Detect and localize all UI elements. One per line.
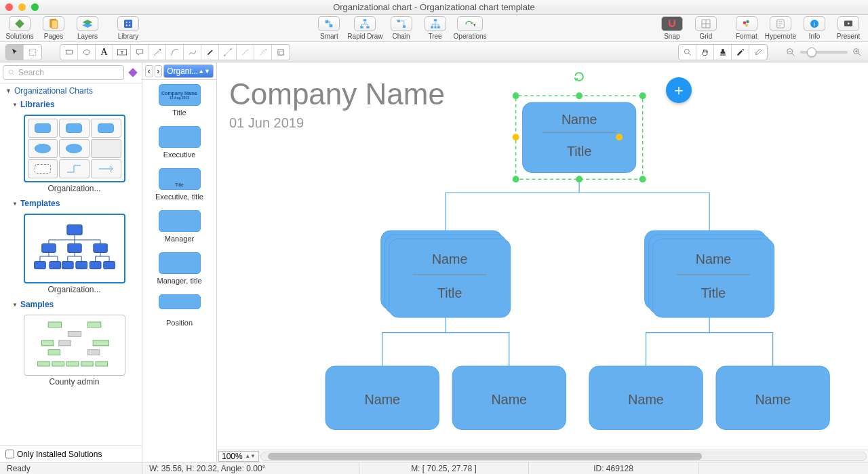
solutions-button[interactable]: Solutions (4, 16, 35, 40)
svg-rect-67 (96, 361, 107, 366)
zoom-out-icon[interactable] (785, 47, 796, 58)
present-button[interactable]: Present (833, 16, 864, 40)
chain-button[interactable]: Chain (386, 16, 417, 40)
tree-button[interactable]: Tree (420, 16, 451, 40)
shape-manager-title[interactable]: Manager, title (142, 248, 216, 290)
rapid-draw-button[interactable]: Rapid Draw (347, 16, 382, 40)
template-thumb[interactable] (24, 214, 125, 283)
anchor-tool[interactable] (254, 45, 272, 60)
operations-button[interactable]: ▾ Operations (454, 16, 487, 40)
window-titlebar: Organizational chart - Organizational ch… (0, 0, 868, 15)
tree-templates[interactable]: Templates (12, 199, 136, 208)
arc-tool[interactable] (166, 45, 184, 60)
svg-rect-38 (279, 51, 283, 55)
ellipse-tool[interactable] (78, 45, 96, 60)
svg-rect-10 (326, 20, 329, 24)
svg-rect-37 (278, 49, 283, 54)
brush-tool[interactable] (749, 45, 767, 60)
info-button[interactable]: i Info (799, 16, 830, 40)
manager-node-left[interactable]: Name Title (381, 231, 511, 317)
status-ready: Ready (0, 462, 142, 474)
svg-rect-2 (52, 20, 58, 28)
shape-position[interactable]: Position (142, 290, 216, 332)
shape-manager[interactable]: Manager (142, 206, 216, 248)
svg-text:Name: Name (628, 392, 664, 407)
pages-icon (43, 16, 64, 31)
hypernote-button[interactable]: Hypernote (765, 16, 796, 40)
crop-tool[interactable] (272, 45, 290, 60)
horizontal-scrollbar[interactable] (260, 452, 867, 461)
svg-text:Name: Name (755, 392, 791, 407)
marquee-tool[interactable] (24, 45, 41, 60)
snap-button[interactable]: Snap (656, 16, 688, 40)
shape-next-button[interactable]: › (155, 65, 163, 77)
svg-rect-19 (434, 26, 436, 28)
pages-button[interactable]: Pages (38, 16, 69, 40)
zoom-percent-input[interactable]: 100%▲▼ (218, 451, 259, 462)
top-node[interactable]: Name Title (513, 73, 646, 182)
close-window-icon[interactable] (5, 3, 13, 11)
main-toolbar: Solutions Pages Layers Library Smart Rap… (0, 15, 868, 42)
zoom-window-icon[interactable] (31, 3, 39, 11)
spline-tool[interactable] (184, 45, 201, 60)
smart-button[interactable]: Smart (313, 16, 344, 40)
zoom-in-icon[interactable] (852, 47, 863, 58)
drawing-canvas[interactable]: Company Name 01 Jun 2019 ＋ (217, 62, 868, 450)
tree-root[interactable]: Organizational Charts (5, 86, 136, 96)
shape-executive-title[interactable]: Executive, title (142, 164, 216, 206)
shape-library-selector[interactable]: Organi...▲▼ (163, 64, 214, 78)
library-button[interactable]: Library (113, 16, 144, 40)
sample-thumb[interactable] (24, 315, 125, 376)
eyedropper-tool[interactable] (732, 45, 749, 60)
svg-text:Title: Title (437, 285, 462, 300)
text-tool[interactable]: A (96, 45, 113, 60)
status-id: ID: 469128 (529, 462, 698, 474)
svg-point-75 (639, 92, 646, 99)
svg-rect-89 (652, 239, 774, 317)
position-node-2[interactable]: Name (452, 366, 566, 430)
traffic-lights (5, 3, 39, 11)
svg-rect-48 (93, 243, 106, 252)
svg-rect-63 (37, 361, 49, 366)
stamp-tool[interactable] (714, 45, 732, 60)
svg-rect-64 (52, 361, 63, 366)
grid-button[interactable]: Grid (690, 16, 722, 40)
pointer-tool[interactable] (6, 45, 24, 60)
svg-rect-51 (62, 261, 73, 269)
svg-point-35 (224, 54, 225, 56)
only-installed-checkbox[interactable]: Only Installed Solutions (0, 446, 142, 462)
pen-tool[interactable] (201, 45, 219, 60)
svg-point-79 (576, 176, 583, 182)
zoom-slider[interactable] (785, 47, 863, 58)
search-input[interactable]: Search (3, 65, 124, 80)
textbox-tool[interactable]: T (113, 45, 131, 60)
hand-tool[interactable] (696, 45, 714, 60)
svg-rect-83 (389, 239, 511, 317)
minimize-window-icon[interactable] (18, 3, 26, 11)
manager-node-right[interactable]: Name Title (645, 231, 774, 317)
layers-button[interactable]: Layers (72, 16, 103, 40)
tree-icon (425, 16, 446, 31)
svg-text:Name: Name (364, 392, 400, 407)
shape-header[interactable]: Company Name 13 Aug 2013 Title (142, 80, 216, 122)
shape-executive[interactable]: Executive (142, 122, 216, 164)
svg-rect-58 (41, 340, 53, 346)
shape-prev-button[interactable]: ‹ (145, 65, 153, 77)
tree-libraries[interactable]: Libraries (12, 100, 136, 109)
zoom-tool[interactable] (679, 45, 696, 60)
position-node-1[interactable]: Name (326, 366, 439, 430)
tree-samples[interactable]: Samples (12, 300, 136, 309)
canvas-bottom-bar: 100%▲▼ (217, 450, 868, 462)
format-button[interactable]: Format (731, 16, 762, 40)
rect-tool[interactable] (60, 45, 78, 60)
svg-text:Title: Title (701, 285, 726, 300)
position-node-4[interactable]: Name (716, 366, 829, 430)
library-thumb[interactable] (24, 115, 125, 182)
line-tool[interactable] (149, 45, 166, 60)
position-node-3[interactable]: Name (589, 366, 703, 430)
solutions-home-icon[interactable] (127, 66, 139, 79)
connector2-tool[interactable] (237, 45, 254, 60)
connector-tool[interactable] (219, 45, 237, 60)
callout-tool[interactable] (131, 45, 149, 60)
svg-point-7 (129, 22, 130, 23)
